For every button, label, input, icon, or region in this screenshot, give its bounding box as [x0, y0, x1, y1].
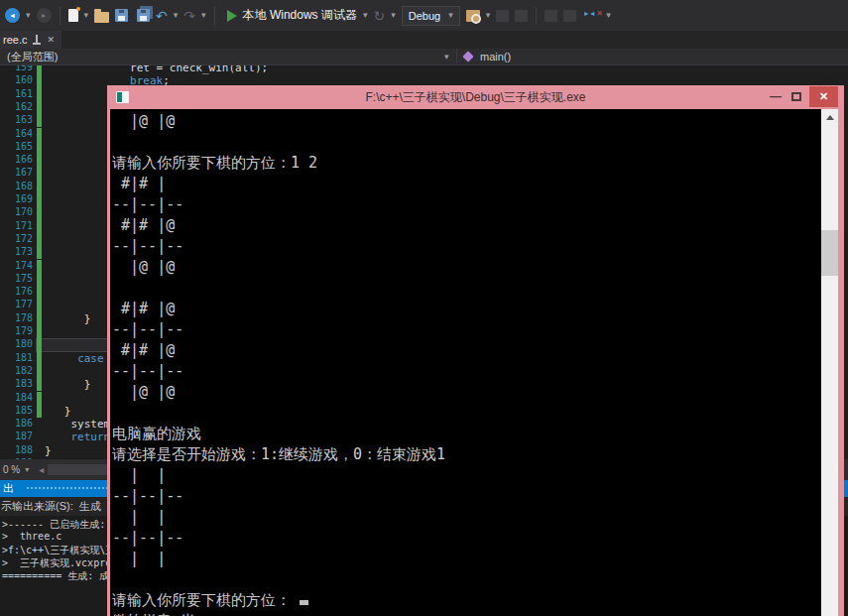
scrollbar-thumb[interactable] [821, 230, 838, 276]
navigation-bar: (全局范围) ▾ main() [0, 49, 848, 65]
change-tracking-bar [37, 325, 42, 338]
scroll-up-arrow-icon[interactable] [821, 109, 838, 126]
change-tracking-bar [37, 181, 42, 193]
find-in-files-button[interactable] [466, 10, 480, 22]
line-number: 177 [0, 299, 33, 309]
redo-button[interactable]: ↷ [183, 9, 195, 23]
console-line [112, 132, 821, 153]
output-line: > three.c [2, 531, 61, 542]
bookmarks-dropdown[interactable]: ▾ [606, 11, 611, 20]
console-line: 请输入你所要下棋的方位： [112, 590, 821, 611]
console-line [112, 403, 821, 424]
restart-button[interactable]: ↻ [373, 9, 385, 23]
output-line: >------ 已启动生成: [2, 518, 105, 532]
undo-button[interactable]: ↶ [156, 9, 168, 23]
change-tracking-bar [37, 260, 42, 273]
output-line: > 三子棋实现.vcxpro [2, 556, 111, 570]
change-tracking-bar [37, 338, 42, 351]
change-tracking-bar [37, 206, 42, 219]
line-number: 168 [0, 181, 33, 191]
line-number: 169 [0, 193, 33, 204]
decrease-indent-button[interactable] [545, 10, 557, 22]
scope-dropdown[interactable]: (全局范围) [7, 50, 58, 64]
line-number: 171 [0, 220, 33, 231]
console-line: --|--|-- [112, 194, 821, 215]
output-source-dropdown[interactable]: 生成 [79, 499, 101, 514]
chevron-down-icon[interactable]: ▾ [444, 52, 449, 62]
editor-line[interactable]: 159 ret = check_win(all); [0, 65, 848, 74]
line-number: 163 [0, 114, 33, 125]
zoom-level-dropdown[interactable]: 0 % [3, 464, 20, 475]
start-debug-play-icon[interactable] [227, 10, 237, 22]
tab-three-c[interactable]: ree.c ✕ [0, 31, 61, 49]
output-line: ========== 生成: 成功 [2, 569, 119, 583]
line-number: 172 [0, 233, 33, 244]
output-line: >f:\c++\三子棋实现\三 [2, 544, 115, 557]
toolbar-separator [214, 7, 215, 25]
member-dropdown[interactable]: main() [480, 51, 511, 62]
change-tracking-bar [37, 299, 42, 311]
toolbar-separator [536, 7, 537, 25]
standard-toolbar: ◂▾▸▾↶▾↷▾本地 Windows 调试器▾↻▾Debug▾▾▸◂✕▾ [0, 0, 848, 31]
console-line: #|# | [112, 174, 821, 194]
code-token: ret = check_win(all); [45, 65, 268, 74]
comment-button[interactable] [496, 10, 509, 22]
undo-dropdown[interactable]: ▾ [174, 11, 179, 20]
change-tracking-bar [37, 273, 42, 286]
code-token: case [77, 352, 104, 365]
save-button[interactable] [115, 9, 128, 22]
console-titlebar[interactable]: F:\c++\三子棋实现\Debug\三子棋实现.exe — ✕ [107, 85, 844, 109]
code-token [45, 352, 77, 365]
visual-studio-window: ◂▾▸▾↶▾↷▾本地 Windows 调试器▾↻▾Debug▾▾▸◂✕▾ ree… [0, 0, 848, 616]
line-number: 175 [0, 273, 33, 284]
change-tracking-bar [37, 405, 42, 418]
change-tracking-bar [37, 65, 42, 74]
navigate-back-button[interactable]: ◂ [5, 8, 20, 23]
close-button[interactable]: ✕ [809, 86, 838, 107]
navigate-back-dropdown[interactable]: ▾ [26, 11, 31, 20]
change-tracking-bar [37, 352, 42, 365]
open-file-button[interactable] [94, 12, 109, 23]
console-title: F:\c++\三子棋实现\Debug\三子棋实现.exe [107, 89, 844, 106]
close-tab-icon[interactable]: ✕ [47, 36, 55, 45]
output-panel-title: 出 [3, 481, 14, 496]
change-tracking-bar [37, 378, 42, 391]
find-dropdown[interactable]: ▾ [486, 11, 491, 20]
line-number: 184 [0, 392, 33, 403]
console-window: F:\c++\三子棋实现\Debug\三子棋实现.exe — ✕ |@ |@请输… [107, 85, 844, 616]
console-scrollbar[interactable] [821, 109, 838, 616]
save-all-button[interactable] [137, 9, 150, 22]
start-debug-label[interactable]: 本地 Windows 调试器 [243, 7, 357, 24]
change-tracking-bar [37, 392, 42, 405]
change-tracking-bar [37, 128, 42, 141]
navigate-forward-button[interactable]: ▸ [37, 8, 52, 23]
new-file-dropdown[interactable]: ▾ [84, 11, 89, 20]
line-number: 165 [0, 141, 33, 152]
line-number: 187 [0, 431, 33, 441]
scroll-left-arrow-icon[interactable]: ◂ [39, 464, 44, 475]
code-token: } [45, 444, 52, 457]
new-file-button[interactable] [68, 9, 78, 22]
bookmark-mark-icon: ▸ [584, 10, 588, 18]
console-line: --|--|-- [112, 528, 821, 549]
line-number: 176 [0, 286, 33, 297]
increase-indent-button[interactable] [563, 10, 576, 22]
line-number: 164 [0, 128, 33, 139]
change-tracking-bar [37, 74, 42, 87]
line-number: 181 [0, 352, 33, 363]
line-number: 167 [0, 167, 33, 178]
change-tracking-bar [37, 141, 42, 154]
maximize-button[interactable] [791, 92, 801, 101]
console-line: --|--|-- [112, 319, 821, 340]
uncomment-button[interactable] [515, 10, 528, 22]
console-text-area[interactable]: |@ |@请输入你所要下棋的方位：1 2 #|# |--|--|-- #|# |… [110, 109, 821, 616]
solution-config-combo[interactable]: Debug▾ [402, 6, 460, 26]
chevron-down-icon[interactable]: ▾ [25, 465, 29, 474]
minimize-button[interactable]: — [762, 89, 789, 103]
pin-icon[interactable] [33, 35, 41, 46]
start-debug-dropdown[interactable]: ▾ [363, 11, 368, 20]
console-line: |@ |@ [112, 257, 821, 278]
redo-dropdown[interactable]: ▾ [201, 11, 206, 20]
bookmark-mark-icon: ✕ [596, 10, 603, 18]
restart-dropdown[interactable]: ▾ [391, 11, 396, 20]
